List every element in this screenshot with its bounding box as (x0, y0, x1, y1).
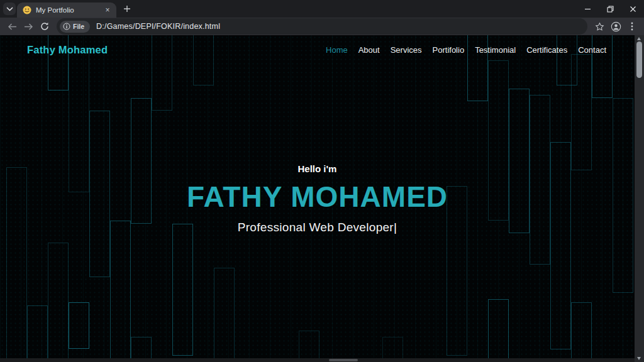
url-text[interactable]: D:/Games/DEPI/FOKIR/index.html (96, 22, 220, 31)
profile-button[interactable] (608, 18, 624, 35)
favicon-smiley-icon (23, 6, 31, 14)
file-scheme-label: File (73, 23, 84, 30)
horizontal-scrollbar-thumb[interactable] (329, 359, 358, 361)
nav-item-portfolio[interactable]: Portifolio (433, 45, 465, 55)
nav-item-contact[interactable]: Contact (578, 45, 606, 55)
vertical-scrollbar[interactable] (635, 35, 644, 362)
plus-icon (123, 5, 131, 13)
vertical-scrollbar-thumb[interactable] (636, 41, 642, 78)
bookmark-button[interactable] (591, 18, 608, 35)
tab-title: My Portfolio (36, 6, 103, 14)
hero-section: Hello i'm FATHY MOHAMED Professional Web… (0, 163, 635, 234)
back-arrow-icon (8, 23, 17, 31)
site-info-chip[interactable]: File (60, 21, 90, 33)
browser-menu-button[interactable] (624, 18, 640, 35)
background-rectangle (571, 54, 592, 170)
tab-search-button[interactable] (3, 3, 16, 15)
hero-greeting: Hello i'm (0, 163, 635, 174)
minimize-button[interactable] (576, 0, 599, 18)
site-logo[interactable]: Fathy Mohamed (27, 44, 108, 56)
background-rectangle (27, 305, 48, 358)
background-rectangle (571, 302, 592, 358)
tab-strip: My Portfolio × (0, 0, 644, 18)
restore-button[interactable] (599, 0, 621, 18)
background-rectangle (110, 221, 131, 358)
reload-button[interactable] (36, 18, 53, 35)
hero-name: FATHY MOHAMED (0, 182, 635, 211)
new-tab-button[interactable] (119, 1, 135, 17)
background-rectangle (299, 331, 319, 358)
close-icon (630, 6, 636, 13)
background-rectangle (382, 337, 403, 358)
nav-item-home[interactable]: Home (326, 45, 348, 55)
nav-item-services[interactable]: Services (391, 45, 422, 55)
close-window-button[interactable] (621, 0, 644, 18)
page-content: Fathy Mohamed Home About Services Portif… (0, 35, 635, 358)
nav-item-certificates[interactable]: Certificates (526, 45, 567, 55)
hero-subtitle: Professional Web Developer| (0, 221, 635, 234)
window-controls (576, 0, 644, 18)
background-rectangle (48, 243, 69, 358)
background-rectangle (69, 302, 89, 349)
background-rectangle (488, 299, 509, 358)
hero-subtitle-text: Professional Web Developer (238, 221, 394, 234)
chevron-down-icon (6, 7, 13, 11)
horizontal-scrollbar[interactable] (0, 358, 635, 362)
nav-links: Home About Services Portifolio Testimoni… (326, 45, 606, 55)
nav-item-about[interactable]: About (358, 45, 380, 55)
site-navbar: Fathy Mohamed Home About Services Portif… (0, 35, 635, 64)
forward-button[interactable] (20, 18, 36, 35)
background-rectangle (172, 224, 193, 356)
nav-item-testimonial[interactable]: Testimonial (475, 45, 516, 55)
scroll-up-arrow-icon[interactable] (637, 37, 641, 40)
tab-close-button[interactable]: × (103, 5, 113, 15)
background-rectangle (214, 268, 235, 358)
forward-arrow-icon (24, 23, 33, 31)
browser-tab[interactable]: My Portfolio × (17, 3, 116, 18)
background-rectangle (131, 337, 152, 358)
scroll-down-arrow-icon[interactable] (637, 357, 641, 360)
avatar-icon (611, 21, 621, 32)
kebab-menu-icon (631, 22, 633, 31)
minimize-icon (584, 6, 591, 13)
browser-toolbar: File D:/Games/DEPI/FOKIR/index.html (0, 18, 644, 35)
back-button[interactable] (4, 18, 20, 35)
address-bar[interactable]: File D:/Games/DEPI/FOKIR/index.html (57, 18, 587, 35)
typing-cursor: | (394, 221, 397, 234)
info-icon (63, 23, 70, 30)
restore-icon (607, 6, 614, 13)
star-icon (595, 22, 604, 31)
reload-icon (40, 22, 49, 31)
browser-window: My Portfolio × (0, 0, 644, 362)
webpage-viewport: Fathy Mohamed Home About Services Portif… (0, 35, 644, 362)
